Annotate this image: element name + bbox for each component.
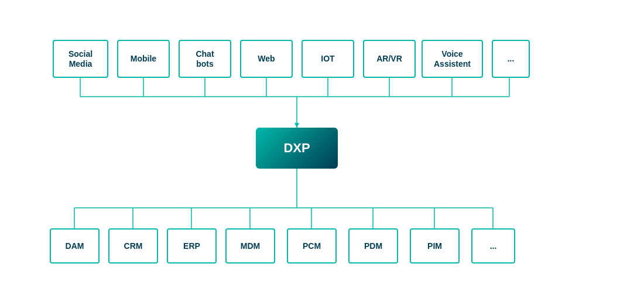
node-dxp: DXP bbox=[256, 128, 338, 169]
node-pim: PIM bbox=[410, 228, 460, 263]
node-pcm: PCM bbox=[287, 228, 337, 263]
node-iot: IOT bbox=[302, 40, 354, 78]
node-social-media: Social Media bbox=[53, 40, 108, 78]
node-arvr: AR/VR bbox=[363, 40, 416, 78]
node-more-top: ... bbox=[492, 40, 530, 78]
node-chatbots: Chatbots bbox=[179, 40, 231, 78]
node-mobile: Mobile bbox=[117, 40, 170, 78]
svg-marker-10 bbox=[294, 123, 299, 128]
node-voice-assistant: VoiceAssistent bbox=[422, 40, 483, 78]
node-dam: DAM bbox=[50, 228, 100, 263]
node-crm: CRM bbox=[108, 228, 158, 263]
node-web: Web bbox=[240, 40, 293, 78]
node-mdm: MDM bbox=[225, 228, 275, 263]
node-erp: ERP bbox=[167, 228, 217, 263]
node-pdm: PDM bbox=[348, 228, 398, 263]
diagram-container: Social Media Mobile Chatbots Web IOT AR/… bbox=[0, 0, 644, 308]
node-more-bottom: ... bbox=[471, 228, 515, 263]
